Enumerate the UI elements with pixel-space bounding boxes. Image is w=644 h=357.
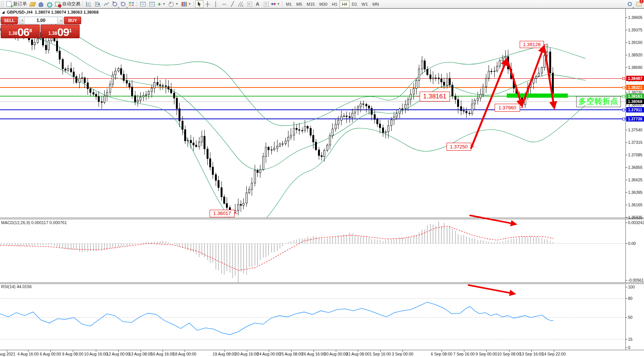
zoom-in-button[interactable]: + [111, 0, 119, 8]
sell-price-display[interactable]: 1.38068 [1, 25, 40, 38]
turning-point-text[interactable]: 多空转折点 [576, 96, 621, 107]
price-axis-tick-mark [625, 205, 627, 205]
styler-button[interactable] [28, 0, 36, 8]
autotrading-button[interactable]: 自动交易 [53, 0, 81, 8]
fibonacci-button[interactable]: F [245, 0, 254, 8]
timeframe-button-m1[interactable]: M1 [284, 0, 294, 8]
search-button[interactable] [626, 0, 634, 8]
notifications-button[interactable]: 1 [634, 0, 642, 8]
one-click-trading-panel: SELL ▼ ▲ BUY 1.38068 1.38091 [1, 17, 81, 38]
macd-axis-tick-label: 0.003243 [628, 220, 644, 225]
volume-input[interactable] [25, 17, 57, 24]
new-order-label: 新订单 [13, 1, 27, 7]
price-axis-tick-label: 1.36855 [628, 165, 642, 170]
macd-pane-splitter[interactable] [0, 218, 644, 219]
price-tag-1.38321: 1.38321 [626, 85, 644, 90]
tile-windows-button[interactable] [127, 0, 136, 8]
new-order-button[interactable]: + 新订单 [5, 0, 28, 8]
text-label-button[interactable]: T [262, 0, 270, 8]
price-axis-tick-mark [625, 142, 627, 143]
bar-chart-button[interactable] [84, 0, 93, 8]
top-toolbar: + 新订单 自动交易 + − +▼ ▼ ▼ ┼ │ ─ ╱ ╱╱E F A T … [0, 0, 644, 8]
line-anchor-marker[interactable] [622, 118, 625, 120]
rsi-pane-splitter[interactable] [0, 282, 644, 284]
annotation-price-label-1.38161[interactable]: 1.38161 [420, 92, 450, 101]
data-window-button[interactable] [138, 0, 147, 8]
timeframe-button-w1[interactable]: W1 [359, 0, 370, 8]
price-axis-tick-label: 1.38920 [628, 53, 642, 57]
indicators-plus-icon: + [158, 1, 161, 7]
arrows-icon [271, 1, 276, 7]
timeframe-button-m15[interactable]: M15 [304, 0, 317, 8]
price-axis-tick-label: 1.36625 [628, 178, 642, 182]
sell-price-sup: 8 [29, 25, 32, 36]
rsi-axis-tick-label: 80 [628, 296, 633, 301]
timeframe-button-m30[interactable]: M30 [317, 0, 329, 8]
zoom-out-button[interactable]: − [119, 0, 127, 8]
line-anchor-marker[interactable] [622, 109, 625, 111]
candlestick-chart-button[interactable] [93, 0, 102, 8]
annotation-price-label-1.36017[interactable]: 1.36017 [210, 210, 235, 217]
sell-button[interactable]: SELL [1, 17, 18, 24]
trendline-button[interactable]: ╱ [229, 0, 237, 8]
timeframe-button-d1[interactable]: D1 [349, 0, 359, 8]
line-anchor-marker[interactable] [622, 86, 625, 89]
navigator-button[interactable] [147, 0, 157, 8]
toolbar-grip[interactable] [1, 1, 3, 7]
arrows-tool-button[interactable]: ▼ [270, 0, 281, 8]
price-axis-tick-mark [625, 167, 627, 168]
annotation-label-connector [520, 108, 523, 108]
support-zone-bar[interactable] [507, 94, 568, 98]
chevron-down-icon: ▼ [277, 2, 280, 6]
zoom-out-icon: − [121, 2, 125, 6]
text-icon: A [255, 1, 261, 7]
annotation-price-label-1.37250[interactable]: 1.37250 [447, 143, 471, 151]
equidistant-channel-button[interactable]: ╱╱E [237, 0, 245, 8]
sell-price-big: 06 [17, 27, 29, 37]
periods-button[interactable]: ▼ [167, 0, 180, 8]
channel-icon: ╱╱E [238, 1, 244, 7]
crosshair-tool-button[interactable]: ┼ [204, 0, 212, 8]
price-axis-border[interactable] [625, 9, 626, 350]
crayon-icon [29, 2, 36, 6]
price-axis-tick-label: 1.37540 [628, 128, 642, 132]
buy-button[interactable]: BUY [64, 17, 81, 24]
price-chart-canvas[interactable] [0, 0, 644, 357]
price-axis-tick-label: 1.36165 [628, 203, 642, 207]
text-tool-button[interactable]: A [254, 0, 262, 8]
price-tag-1.38161: 1.38161 [626, 94, 644, 99]
line-chart-button[interactable] [102, 0, 111, 8]
price-tag-1.37738: 1.37738 [626, 116, 644, 122]
rsi-axis-tick-mark [625, 287, 627, 287]
macd-indicator-label: MACD(12,26,9) 0.000117 0.000761 [1, 220, 67, 225]
toolbar-separator [137, 1, 137, 7]
community-button[interactable] [36, 0, 45, 8]
time-axis-label: 14 Sep 22:00 [537, 352, 571, 356]
timeframe-button-mn[interactable]: MN [370, 0, 381, 8]
data-window-icon [140, 2, 146, 6]
buy-price-display[interactable]: 1.38091 [41, 25, 80, 38]
line-anchor-marker[interactable] [622, 95, 625, 98]
cursor-tool-button[interactable] [195, 0, 204, 8]
signals-button[interactable] [45, 0, 53, 8]
terminal-window: + 新订单 自动交易 + − +▼ ▼ ▼ ┼ │ ─ ╱ ╱╱E F A T … [0, 0, 644, 357]
volume-increase-button[interactable]: ▲ [57, 17, 63, 24]
price-axis-tick-label: 1.38690 [628, 65, 642, 70]
timeframe-group: M1M5M15M30H1H4D1W1MN [284, 0, 381, 8]
toolbar-separator [194, 1, 194, 7]
horizontal-line-button[interactable]: ─ [220, 0, 229, 8]
price-axis-tick-label: 1.36395 [628, 190, 642, 195]
timeframe-button-h1[interactable]: H1 [330, 0, 340, 8]
annotation-price-label-1.39126[interactable]: 1.39126 [520, 41, 544, 48]
timeframe-button-m5[interactable]: M5 [294, 0, 304, 8]
rsi-axis-tick-mark [625, 348, 627, 348]
vertical-line-button[interactable]: │ [212, 0, 220, 8]
annotation-price-label-1.37960[interactable]: 1.37960 [495, 104, 520, 112]
volume-decrease-button[interactable]: ▼ [19, 17, 25, 24]
indicators-button[interactable]: +▼ [157, 0, 167, 8]
timeframe-button-h4[interactable]: H4 [340, 0, 349, 8]
line-anchor-marker[interactable] [622, 77, 625, 80]
rsi-axis-tick-mark [625, 339, 627, 340]
templates-button[interactable]: ▼ [180, 0, 193, 8]
search-icon [628, 2, 632, 6]
